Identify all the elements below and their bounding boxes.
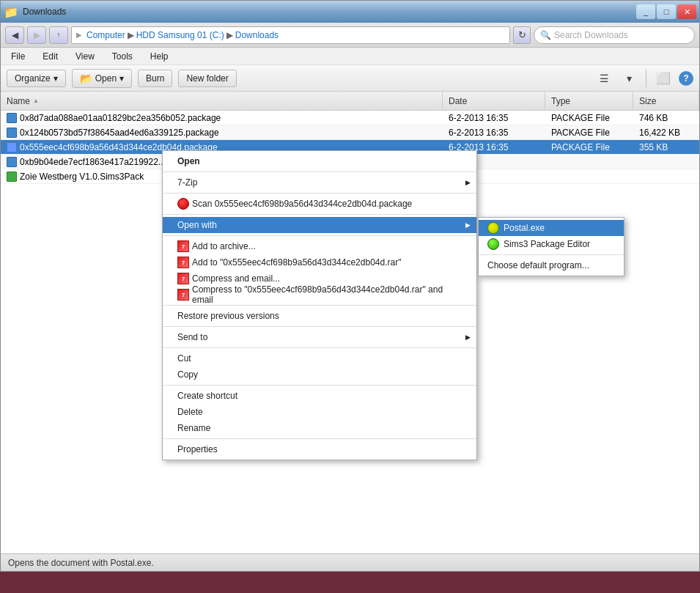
ctx-open-with-label: Open with (177, 220, 217, 230)
col-type-label: Type (551, 96, 570, 106)
col-size[interactable]: Size (633, 92, 699, 110)
ctx-scan[interactable]: Scan 0x555eec4cf698b9a56d43d344ce2db04d.… (163, 196, 476, 212)
sevenzip-icon-2: 7 (177, 257, 189, 268)
minimize-button[interactable]: _ (636, 4, 655, 19)
package-icon (7, 128, 17, 138)
file-type (545, 155, 633, 169)
ctx-compress-rar-email[interactable]: 7 Compress to "0x555eec4cf698b9a56d43d34… (163, 287, 476, 303)
ctx-divider-5 (163, 305, 476, 306)
ctx-add-rar[interactable]: 7 Add to "0x555eec4cf698b9a56d43d344ce2d… (163, 254, 476, 270)
menu-view[interactable]: View (71, 50, 99, 63)
pane-button[interactable]: ⬜ (654, 70, 673, 87)
ctx-divider-7 (163, 347, 476, 348)
ctx-restore[interactable]: Restore previous versions (163, 308, 476, 324)
file-name-text: 0xb9b04ede7ecf1863e417a219922... (20, 157, 166, 167)
menu-tools[interactable]: Tools (108, 50, 137, 63)
ctx-cut-label: Cut (177, 353, 191, 364)
burn-label: Burn (146, 73, 164, 84)
search-bar[interactable]: 🔍 Search Downloads (534, 26, 695, 44)
ctx-divider-3 (163, 214, 476, 215)
package-icon (7, 157, 17, 167)
up-button[interactable]: ↑ (49, 26, 68, 44)
close-button[interactable]: ✕ (677, 4, 696, 19)
file-size: 746 KB (633, 111, 699, 125)
title-bar-left: 📁 Downloads (4, 5, 636, 19)
ctx-divider-6 (163, 326, 476, 327)
col-date[interactable]: Date (443, 92, 545, 110)
breadcrumb-sep2: ▶ (226, 30, 233, 40)
ctx-copy[interactable]: Copy (163, 367, 476, 383)
file-date: 6-2-2013 16:35 (443, 125, 545, 139)
view-details-button[interactable]: ▾ (619, 70, 638, 87)
file-type (545, 169, 633, 183)
sims3-icon (487, 238, 499, 250)
sub-sims3editor[interactable]: Sims3 Package Editor (479, 236, 624, 252)
ctx-add-archive[interactable]: 7 Add to archive... (163, 238, 476, 254)
ctx-create-shortcut[interactable]: Create shortcut (163, 388, 476, 404)
ctx-open[interactable]: Open (163, 153, 476, 169)
organize-label: Organize (15, 73, 51, 84)
breadcrumb-drive[interactable]: HDD Samsung 01 (C:) (136, 30, 224, 40)
organize-button[interactable]: Organize ▾ (7, 70, 66, 87)
new-folder-button[interactable]: New folder (178, 70, 236, 87)
breadcrumb-folder[interactable]: Downloads (235, 30, 279, 40)
file-size (633, 169, 699, 183)
file-name: 0x124b0573bd57f38645aad4ed6a339125.packa… (1, 125, 443, 139)
table-row[interactable]: 0x124b0573bd57f38645aad4ed6a339125.packa… (1, 125, 699, 140)
forward-button[interactable]: ▶ (27, 26, 46, 44)
postal-icon (487, 222, 499, 234)
view-list-button[interactable]: ☰ (594, 70, 614, 87)
folder-icon: 📁 (4, 5, 18, 19)
menu-bar: File Edit View Tools Help (1, 48, 699, 65)
table-row[interactable]: 0x8d7ada088ae01aa01829bc2ea356b052.packa… (1, 111, 699, 125)
help-button[interactable]: ? (679, 71, 693, 86)
ctx-delete[interactable]: Delete (163, 404, 476, 420)
ctx-open-with[interactable]: Open with Postal.exe Sims3 Package Edito… (163, 217, 476, 233)
breadcrumb-computer[interactable]: Computer (86, 30, 125, 40)
file-name-text: 0x8d7ada088ae01aa01829bc2ea356b052.packa… (20, 113, 221, 123)
file-date: 6-2-2013 16:35 (443, 111, 545, 125)
sub-choose-default-label: Choose default program... (487, 260, 589, 270)
ctx-divider-4 (163, 235, 476, 236)
file-name-text: 0x124b0573bd57f38645aad4ed6a339125.packa… (20, 128, 219, 138)
breadcrumb: ▶ Computer ▶ HDD Samsung 01 (C:) ▶ Downl… (71, 26, 510, 44)
open-label: Open (95, 73, 117, 84)
menu-edit[interactable]: Edit (38, 50, 62, 63)
file-type: PACKAGE File (545, 125, 633, 139)
ctx-properties[interactable]: Properties (163, 441, 476, 457)
ctx-compress-rar-email-label: Compress to "0x555eec4cf698b9a56d43d344c… (192, 284, 462, 305)
toolbar-sep (646, 70, 646, 87)
menu-help[interactable]: Help (146, 50, 173, 63)
window-title: Downloads (23, 7, 66, 17)
window: 📁 Downloads _ □ ✕ ◀ ▶ ↑ ▶ Computer ▶ HDD… (0, 0, 700, 572)
sub-choose-default[interactable]: Choose default program... (479, 257, 624, 273)
menu-file[interactable]: File (7, 50, 29, 63)
ctx-cut[interactable]: Cut (163, 350, 476, 367)
ctx-divider-1 (163, 172, 476, 172)
col-name[interactable]: Name ▲ (1, 92, 443, 110)
back-button[interactable]: ◀ (5, 26, 24, 44)
ctx-properties-label: Properties (177, 444, 218, 454)
file-size: 355 KB (633, 140, 699, 154)
burn-button[interactable]: Burn (138, 70, 172, 87)
submenu: Postal.exe Sims3 Package Editor Choose d… (478, 217, 625, 276)
ctx-divider-2 (163, 193, 476, 194)
ctx-rename-label: Rename (177, 423, 210, 433)
file-type: PACKAGE File (545, 111, 633, 125)
ctx-rename[interactable]: Rename (163, 420, 476, 436)
maximize-button[interactable]: □ (657, 4, 676, 19)
status-text: Opens the document with Postal.exe. (8, 558, 154, 568)
file-type: PACKAGE File (545, 140, 633, 154)
ctx-7zip[interactable]: 7-Zip (163, 174, 476, 191)
title-bar-controls: _ □ ✕ (636, 4, 696, 19)
col-type[interactable]: Type (545, 92, 633, 110)
ctx-send-to[interactable]: Send to (163, 329, 476, 345)
sevenzip-icon-4: 7 (177, 289, 189, 301)
ctx-copy-label: Copy (177, 369, 198, 380)
open-button[interactable]: 📂 Open ▾ (72, 69, 132, 88)
refresh-button[interactable]: ↻ (513, 26, 531, 44)
ctx-divider-9 (163, 438, 476, 439)
sub-postal[interactable]: Postal.exe (479, 220, 624, 236)
ctx-delete-label: Delete (177, 407, 203, 417)
col-size-label: Size (639, 96, 656, 106)
